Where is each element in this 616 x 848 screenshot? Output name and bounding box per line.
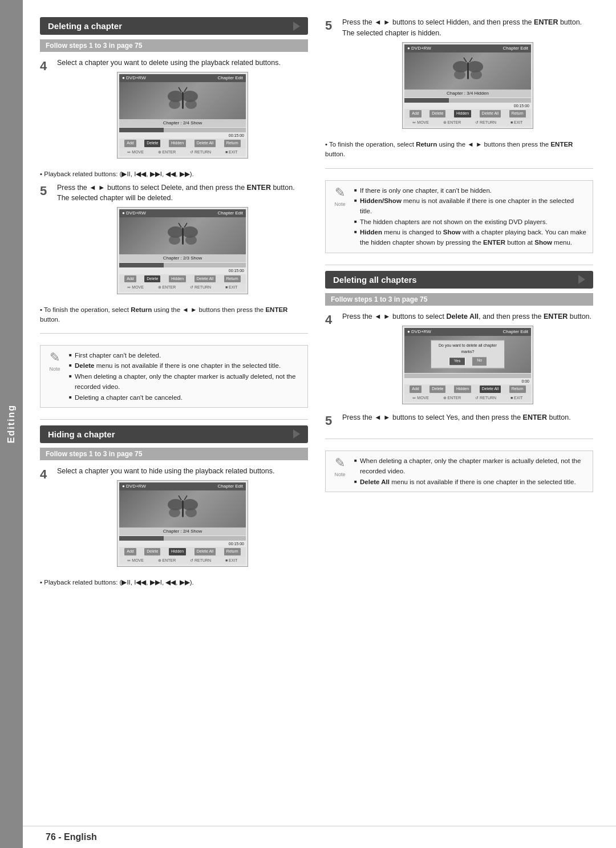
screen-btn-delete-2: Delete [144, 275, 160, 283]
deleting-all-header: Deleting all chapters [325, 271, 593, 289]
step-5-content-delete: Press the ◄ ► buttons to select Delete, … [57, 182, 308, 298]
screen-btn-return-h: Return [224, 548, 241, 555]
screen-mockup-2: ● DVD+RW Chapter Edit [117, 207, 248, 294]
step-5-right: 5 Press the ◄ ► buttons to select Hidden… [325, 17, 593, 132]
screen-time-da: 0:00 [404, 379, 531, 385]
screen-time-hr: 00:15:00 [404, 103, 531, 109]
screen-btn-deleteall-hr: Delete All [480, 110, 501, 117]
step-4-content-hide: Select a chapter you want to hide using … [57, 466, 308, 570]
screen-btn-delete-h: Delete [144, 548, 160, 555]
svg-line-5 [179, 87, 181, 92]
screen-buttons-da: Add Delete Hidden Delete All Return [404, 384, 531, 394]
screen-buttons-hiding: Add Delete Hidden Delete All Return [119, 547, 246, 557]
page-footer: 76 - English [0, 826, 616, 848]
note-content-hiding: If there is only one chapter, it can't b… [354, 185, 587, 248]
screen-nav-1: ⇔ MOVE⊕ ENTER↺ RETURN■ EXIT [119, 148, 246, 157]
screen-btn-delete-da: Delete [429, 386, 445, 393]
svg-line-13 [184, 223, 187, 228]
follow-steps-bar-3: Follow steps 1 to 3 in page 75 [325, 293, 593, 306]
svg-line-26 [464, 58, 467, 62]
svg-point-9 [169, 236, 180, 245]
editing-sidebar: Editing [0, 0, 23, 848]
screen-btn-add-h: Add [124, 548, 136, 555]
screen-top-bar-1: ● DVD+RW Chapter Edit [119, 74, 246, 82]
screen-caption-hiding: Chapter : 2/4 Show [119, 528, 246, 535]
screen-time-hiding: 00:15:00 [119, 541, 246, 547]
screen-btn-hidden-da: Hidden [454, 386, 471, 393]
svg-point-23 [454, 70, 465, 79]
screen-btn-deleteall-h: Delete All [194, 548, 216, 555]
follow-steps-bar-2: Follow steps 1 to 3 in page 75 [40, 448, 308, 460]
deleting-chapter-header: Deleting a chapter [40, 17, 308, 35]
svg-rect-18 [182, 500, 184, 517]
screen-mockup-da: ● DVD+RW Chapter Edit [402, 326, 533, 405]
svg-line-27 [469, 58, 472, 62]
screen-btn-add-da: Add [410, 386, 421, 393]
screen-nav-da: ⇔ MOVE⊕ ENTER↺ RETURN■ EXIT [404, 394, 531, 403]
screen-btn-hidden-h: Hidden [169, 548, 186, 555]
main-content: Deleting a chapter Follow steps 1 to 3 i… [23, 0, 616, 826]
svg-point-16 [169, 508, 180, 517]
screen-image-hiding [119, 490, 246, 528]
screen-btn-deleteall-1: Delete All [194, 140, 216, 147]
screen-buttons-hr: Add Delete Hidden Delete All Return [404, 109, 531, 119]
screen-btn-return-hr: Return [509, 110, 526, 117]
note-icon-da: ✎ [331, 456, 348, 470]
follow-steps-bar-1: Follow steps 1 to 3 in page 75 [40, 39, 308, 52]
note-content-1: First chapter can't be deleted. Delete m… [69, 350, 302, 403]
svg-point-17 [185, 508, 197, 517]
screen-caption-1: Chapter : 2/4 Show [119, 119, 246, 127]
screen-nav-2: ⇔ MOVE⊕ ENTER↺ RETURN■ EXIT [119, 283, 246, 292]
note-label-hiding: Note [331, 201, 348, 207]
note-icon-1: ✎ [46, 350, 63, 365]
step-5-number-delete: 5 [40, 182, 54, 298]
screen-btn-add-1: Add [124, 140, 136, 147]
finish-note-1: • To finish the operation, select Return… [40, 305, 308, 325]
screen-progress-1 [119, 128, 246, 132]
svg-line-19 [179, 496, 181, 500]
step-4-deleteall: 4 Press the ◄ ► buttons to select Delete… [325, 311, 593, 408]
page-container: Editing Deleting a chapter Follow steps … [0, 0, 616, 848]
step-5-deleteall: 5 Press the ◄ ► buttons to select Yes, a… [325, 412, 593, 428]
screen-nav-hr: ⇔ MOVE⊕ ENTER↺ RETURN■ EXIT [404, 119, 531, 127]
svg-line-20 [184, 496, 187, 500]
finish-note-right: • To finish the operation, select Return… [325, 140, 593, 160]
step-5-number-da: 5 [325, 412, 339, 428]
screen-btn-return-2: Return [224, 275, 241, 283]
svg-rect-11 [182, 228, 184, 245]
screen-caption-hr: Chapter : 3/4 Hidden [404, 90, 531, 98]
screen-btn-return-1: Return [224, 140, 241, 147]
screen-btn-delete-1: Delete [144, 140, 160, 147]
bullet-playback-hiding: • Playback related buttons: (▶II, I◀◀, ▶… [40, 578, 308, 587]
left-column: Deleting a chapter Follow steps 1 to 3 i… [40, 17, 308, 814]
note-box-delete: ✎ Note First chapter can't be deleted. D… [40, 345, 308, 408]
screen-image-2 [119, 217, 246, 254]
note-content-da: When deleting a chapter, only the chapte… [354, 456, 587, 487]
screen-progress-hiding [119, 536, 246, 541]
screen-mockup-1: ● DVD+RW Chapter Edit [117, 72, 248, 159]
note-box-deleteall: ✎ Note When deleting a chapter, only the… [325, 451, 593, 492]
screen-time-1: 00:15:00 [119, 133, 246, 139]
screen-btn-deleteall-da: Delete All [480, 386, 501, 393]
step-4-content: Select a chapter you want to delete usin… [57, 58, 308, 162]
svg-point-24 [471, 70, 482, 79]
step-4-hide: 4 Select a chapter you want to hide usin… [40, 466, 308, 570]
step-4-number: 4 [40, 58, 54, 162]
note-box-hiding: ✎ Note If there is only one chapter, it … [325, 180, 593, 253]
svg-point-10 [185, 236, 197, 245]
svg-point-3 [185, 100, 197, 109]
screen-caption-2: Chapter : 2/3 Show [119, 254, 246, 262]
screen-image-hr [404, 52, 531, 90]
screen-mockup-hiding: ● DVD+RW Chapter Edit [117, 480, 248, 567]
editing-label: Editing [6, 404, 17, 443]
screen-top-bar-hiding: ● DVD+RW Chapter Edit [119, 482, 246, 490]
screen-image-1 [119, 82, 246, 119]
screen-btn-hidden-hr: Hidden [454, 110, 471, 117]
screen-buttons-1: Add Delete Hidden Delete All Return [119, 139, 246, 148]
screen-buttons-2: Add Delete Hidden Delete All Return [119, 274, 246, 284]
step-5-number-right: 5 [325, 17, 339, 132]
screen-nav-hiding: ⇔ MOVE⊕ ENTER↺ RETURN■ EXIT [119, 557, 246, 565]
screen-btn-deleteall-2: Delete All [194, 275, 216, 283]
svg-point-2 [169, 100, 180, 109]
screen-progress-2 [119, 263, 246, 267]
